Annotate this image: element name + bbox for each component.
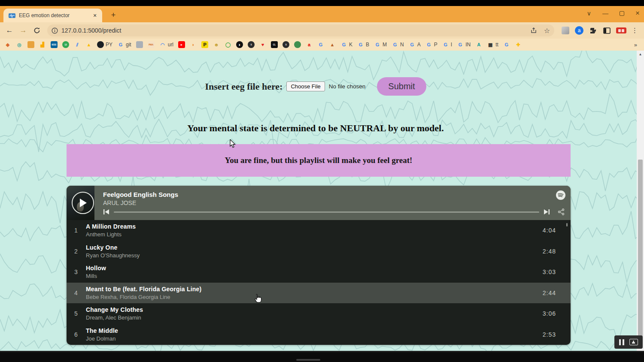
bookmark-favicon-orange-badge-icon — [27, 41, 34, 48]
list-scrollbar-thumb[interactable] — [566, 223, 568, 226]
url-text[interactable]: 127.0.0.1:5000/predict — [61, 27, 527, 34]
extension-badge-icon[interactable] — [616, 27, 626, 33]
submit-button[interactable]: Submit — [377, 77, 426, 96]
bookmark-favicon-duck[interactable]: ◗ — [236, 41, 243, 48]
bookmark-favicon-google-n[interactable]: G N — [392, 41, 404, 48]
track-row[interactable]: 1 A Million Dreams Anthem Lights 4:04 — [67, 220, 571, 241]
bookmark-favicon-google-k[interactable]: G K — [340, 41, 352, 48]
bookmark-favicon-teal-ring[interactable]: ◎ — [16, 41, 23, 48]
play-button[interactable] — [72, 192, 94, 214]
browser-scrollbar[interactable]: ▲ — [637, 51, 644, 351]
bookmark-favicon-google-a-label: A — [417, 42, 421, 48]
bookmark-favicon-google[interactable]: G git — [117, 41, 131, 48]
track-row[interactable]: 5 Change My Clothes Dream, Alec Benjamin… — [67, 303, 571, 324]
bookmark-favicon-globe-s[interactable]: S — [248, 41, 255, 48]
address-bar[interactable]: 127.0.0.1:5000/predict ☆ — [47, 24, 554, 36]
bookmark-favicon-google-b[interactable]: G B — [357, 41, 369, 48]
bookmark-favicon-google-2[interactable]: G — [317, 41, 324, 48]
picture-in-picture-icon[interactable] — [629, 339, 638, 345]
scroll-up-icon[interactable]: ▲ — [637, 52, 644, 56]
mouse-cursor-arrow — [230, 139, 236, 148]
bookmark-favicon-orange-bird[interactable]: ◗ — [190, 41, 197, 48]
bookmark-favicon-duck-icon: ◗ — [236, 41, 243, 48]
bookmark-favicon-google-a[interactable]: G A — [409, 41, 421, 48]
track-row[interactable]: 3 Hollow Mills 3:03 — [67, 262, 571, 283]
bookmark-favicon-green-ring[interactable]: ◯ — [225, 41, 231, 48]
tab-close-icon[interactable]: × — [91, 12, 99, 19]
bookmark-favicon-diamond[interactable]: ◆ — [4, 41, 11, 48]
bookmark-favicon-ieee[interactable]: IEEE — [51, 41, 58, 48]
pause-icon[interactable] — [619, 339, 624, 345]
bookmark-favicon-mountain[interactable]: ▲ — [329, 41, 336, 48]
bookmark-favicon-analytics[interactable]: ▟ — [39, 41, 46, 48]
tab-search-chevron-icon[interactable]: ∨ — [587, 10, 591, 17]
bookmark-favicon-airtel[interactable]: a — [306, 41, 313, 48]
bookmark-favicon-google-i[interactable]: G I — [442, 41, 452, 48]
track-duration: 2:44 — [543, 290, 556, 296]
bookmark-favicon-ads-triangle[interactable]: ▲ — [85, 41, 92, 48]
playlist-title[interactable]: Feelgood English Songs — [103, 191, 178, 198]
browser-menu-icon[interactable]: ⋮ — [632, 27, 638, 34]
new-tab-button[interactable]: + — [108, 10, 118, 20]
track-title: Meant to Be (feat. Florida Georgia Line) — [86, 286, 543, 293]
track-title: Lucky One — [86, 244, 543, 251]
bookmark-favicon-ads-bars[interactable]: ⫽ — [74, 41, 81, 48]
bookmark-favicon-green-12[interactable]: 12 — [62, 41, 69, 48]
next-track-icon[interactable] — [544, 209, 550, 215]
extensions-puzzle-icon[interactable] — [589, 26, 597, 35]
bookmarks-overflow-icon[interactable]: » — [634, 42, 640, 48]
bookmark-favicon-google-3[interactable]: G — [503, 41, 510, 48]
extension-thumbnail-icon[interactable] — [561, 26, 570, 35]
bookmark-favicon-printer[interactable]: ▦ tt — [487, 41, 498, 48]
forward-icon[interactable]: → — [17, 24, 29, 36]
bookmark-star-icon[interactable]: ☆ — [544, 27, 550, 35]
bookmark-favicon-teal-a-icon: A — [475, 41, 482, 48]
back-icon[interactable]: ← — [3, 24, 15, 36]
bookmark-favicon-heart[interactable]: ♥ — [259, 41, 266, 48]
site-info-icon[interactable] — [52, 27, 58, 34]
file-input[interactable]: Choose File No file chosen — [286, 81, 365, 91]
bookmark-favicon-globe-s2[interactable]: S — [283, 41, 289, 48]
bookmark-favicon-google-m[interactable]: G M — [374, 41, 387, 48]
bookmark-favicon-heart-icon: ♥ — [259, 41, 266, 48]
spotify-logo-icon[interactable] — [556, 190, 565, 202]
bookmark-favicon-extension[interactable] — [136, 41, 143, 48]
track-artist: Anthem Lights — [86, 231, 543, 238]
minimize-icon[interactable]: — — [602, 10, 608, 17]
track-row[interactable]: 6 The Middle Joe Dolman 2:53 — [67, 324, 571, 345]
tab-eeg-emotion-detector[interactable]: EEG emotion detector × — [3, 9, 102, 22]
bookmark-favicon-yellow-p[interactable]: P — [201, 41, 208, 48]
maximize-icon[interactable] — [620, 11, 624, 16]
track-number: 1 — [74, 227, 86, 234]
side-panel-icon[interactable] — [602, 26, 611, 35]
close-icon[interactable]: × — [635, 9, 640, 18]
track-duration: 2:53 — [543, 331, 556, 338]
bookmark-favicon-photos[interactable]: ✚ — [515, 41, 522, 48]
bookmark-favicon-orange-badge[interactable] — [27, 41, 34, 48]
previous-track-icon[interactable] — [103, 209, 109, 215]
bookmark-favicon-youtube-icon: ▶ — [178, 41, 185, 48]
bookmark-favicon-google-in[interactable]: G IN — [457, 41, 471, 48]
bookmark-favicon-youtube[interactable]: ▶ — [178, 41, 185, 48]
track-row[interactable]: 4 Meant to Be (feat. Florida Georgia Lin… — [67, 283, 571, 304]
scrollbar-thumb[interactable] — [638, 160, 643, 341]
bookmark-favicon-green-crest[interactable] — [294, 41, 301, 48]
bookmark-favicon-wifi[interactable]: ◠ url — [159, 41, 173, 48]
bookmark-favicon-phpmyadmin[interactable]: PMA — [148, 41, 155, 48]
share-icon[interactable] — [531, 27, 538, 34]
bookmark-favicon-face[interactable]: ☻ — [213, 41, 220, 48]
progress-bar[interactable] — [114, 211, 539, 213]
reload-icon[interactable] — [31, 24, 43, 36]
track-row[interactable]: 2 Lucky One Ryan O'Shaughnessy 2:48 — [67, 241, 571, 262]
bookmark-favicon-phpmyadmin-icon: PMA — [148, 41, 155, 48]
playlist-owner[interactable]: ARUL JOSE — [103, 199, 136, 206]
bookmark-favicon-photos-icon: ✚ — [515, 41, 522, 48]
bookmark-favicon-google-i-icon: G — [442, 41, 449, 48]
bookmark-favicon-google-p[interactable]: G P — [425, 41, 437, 48]
bookmark-favicon-cl[interactable]: CL — [271, 41, 278, 48]
bookmark-favicon-github[interactable]: PY — [97, 41, 112, 48]
share-nodes-icon[interactable] — [558, 208, 565, 215]
bookmark-favicon-teal-a[interactable]: A — [475, 41, 482, 48]
profile-avatar-icon[interactable]: a — [575, 26, 583, 35]
choose-file-button[interactable]: Choose File — [286, 81, 325, 91]
